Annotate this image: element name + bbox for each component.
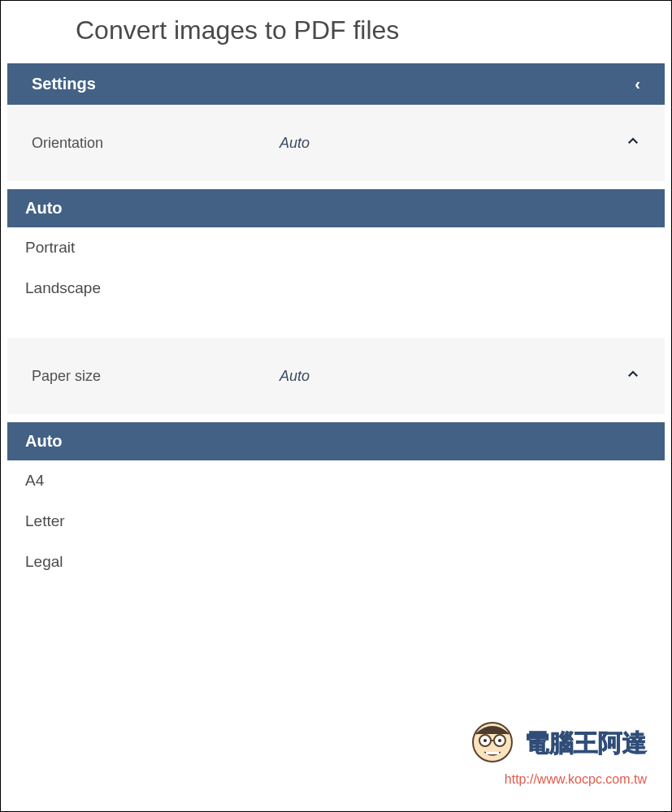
svg-rect-6 [486, 752, 499, 754]
chevron-up-icon [626, 367, 640, 385]
paper-size-row[interactable]: Paper size Auto [7, 338, 665, 414]
chevron-left-icon: ‹ [635, 75, 640, 93]
paper-size-value: Auto [280, 368, 626, 385]
paper-size-dropdown: Auto A4 Letter Legal [7, 422, 665, 582]
orientation-row[interactable]: Orientation Auto [7, 105, 665, 181]
watermark-url: http://www.kocpc.com.tw [466, 772, 647, 787]
orientation-option-landscape[interactable]: Landscape [7, 268, 665, 309]
chevron-up-icon [626, 134, 640, 152]
orientation-value: Auto [280, 135, 626, 152]
orientation-label: Orientation [32, 135, 280, 152]
settings-header[interactable]: Settings ‹ [7, 63, 665, 105]
paper-size-option-legal[interactable]: Legal [7, 542, 665, 582]
orientation-dropdown: Auto Portrait Landscape [7, 189, 665, 309]
watermark-avatar-icon [466, 715, 518, 772]
settings-header-label: Settings [32, 75, 96, 93]
paper-size-label: Paper size [32, 368, 280, 385]
paper-size-option-letter[interactable]: Letter [7, 501, 665, 542]
svg-point-4 [483, 739, 487, 742]
watermark-title-text: 電腦王阿達 [525, 727, 647, 760]
watermark: 電腦王阿達 http://www.kocpc.com.tw [466, 715, 647, 787]
page-title: Convert images to PDF files [1, 1, 671, 63]
paper-size-option-a4[interactable]: A4 [7, 460, 665, 501]
orientation-option-auto[interactable]: Auto [7, 189, 665, 227]
paper-size-option-auto[interactable]: Auto [7, 422, 665, 460]
orientation-option-portrait[interactable]: Portrait [7, 227, 665, 268]
svg-point-5 [498, 739, 501, 742]
